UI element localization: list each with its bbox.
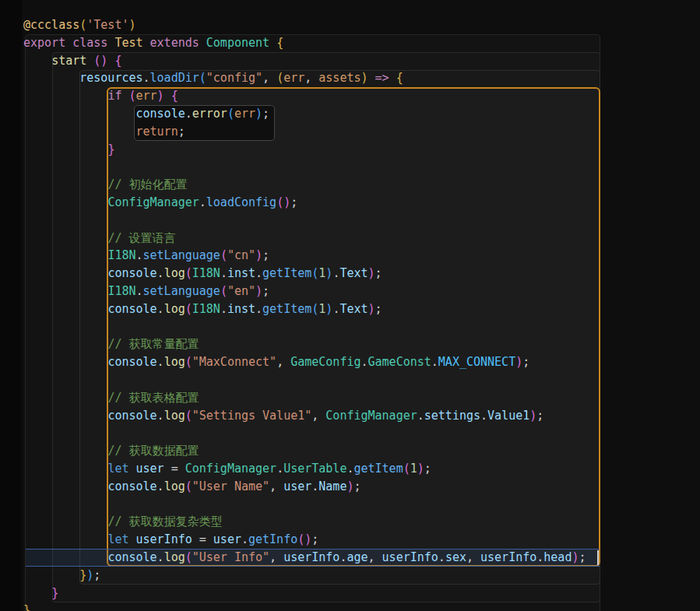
code-token xyxy=(23,337,107,351)
code-token xyxy=(269,36,276,50)
code-token: ; xyxy=(262,284,269,298)
code-token: Value1 xyxy=(487,409,529,423)
code-line[interactable]: console.log(I18N.inst.getItem(1).Text); xyxy=(23,300,382,318)
code-token: I18N xyxy=(107,248,135,262)
code-line[interactable]: console.log("MaxConnect", GameConfig.Gam… xyxy=(23,353,529,371)
code-token xyxy=(23,302,107,316)
code-line[interactable]: }); xyxy=(23,567,100,585)
code-token: let xyxy=(107,462,128,476)
code-token: ) xyxy=(283,195,290,209)
code-line[interactable]: console.error(err); xyxy=(23,105,269,123)
code-line[interactable]: @ccclass('Test') xyxy=(23,16,136,34)
code-line[interactable]: let user = ConfigManager.UserTable.getIt… xyxy=(23,460,431,478)
code-token: ( xyxy=(297,532,304,546)
code-token: , xyxy=(311,409,318,423)
code-token: ConfigManager xyxy=(107,195,199,209)
code-token: I18N xyxy=(107,284,135,298)
code-token: setLanguage xyxy=(143,248,220,262)
code-line[interactable]: console.log("Settings Value1", ConfigMan… xyxy=(23,407,543,425)
code-token: inst xyxy=(227,302,255,316)
code-line[interactable]: let userInfo = user.getInfo(); xyxy=(23,531,318,549)
code-token: . xyxy=(431,355,438,369)
code-line[interactable]: // 初始化配置 xyxy=(23,176,187,194)
code-token: "cn" xyxy=(227,248,255,262)
code-token: @ccclass xyxy=(23,18,79,32)
code-token: ) xyxy=(515,355,522,369)
code-token: ; xyxy=(290,195,297,209)
code-line[interactable]: ConfigManager.loadConfig(); xyxy=(23,194,297,212)
code-token: ; xyxy=(375,302,382,316)
code-token xyxy=(23,231,107,245)
code-token: return xyxy=(136,125,178,139)
code-area[interactable]: @ccclass('Test')export class Test extend… xyxy=(0,0,700,611)
code-token: "User Name" xyxy=(192,479,269,493)
code-token: user xyxy=(283,479,311,493)
code-token: . xyxy=(136,248,143,262)
code-token: "config" xyxy=(206,71,262,85)
code-token: ( xyxy=(199,71,206,85)
code-line[interactable]: } xyxy=(23,602,30,611)
code-line[interactable]: // 获取表格配置 xyxy=(23,389,199,407)
code-token: ( xyxy=(403,462,410,476)
code-token: { xyxy=(114,54,121,68)
code-token: ) xyxy=(368,266,375,280)
code-token: ; xyxy=(93,568,100,582)
code-token: extends xyxy=(150,36,199,50)
code-token: userInfo xyxy=(480,550,536,564)
code-token: 1 xyxy=(318,302,325,316)
code-line[interactable]: console.log(I18N.inst.getItem(1).Text); xyxy=(23,265,382,283)
code-token: "MaxConnect" xyxy=(192,355,276,369)
code-line[interactable]: // 设置语言 xyxy=(23,230,175,248)
code-token: . xyxy=(157,409,164,423)
code-line[interactable]: console.log("User Name", user.Name); xyxy=(23,478,361,496)
code-line[interactable]: } xyxy=(23,585,58,602)
code-token: assets xyxy=(318,71,361,85)
code-token: age xyxy=(346,550,368,564)
code-token: Name xyxy=(318,479,346,493)
code-token: head xyxy=(543,550,572,564)
code-token: ; xyxy=(311,532,318,546)
code-token: . xyxy=(438,550,445,564)
code-line[interactable]: export class Test extends Component { xyxy=(23,34,283,52)
code-line[interactable]: // 获取常量配置 xyxy=(23,335,199,353)
code-token xyxy=(23,195,107,209)
code-token: ) xyxy=(529,409,536,423)
code-editor: @ccclass('Test')export class Test extend… xyxy=(0,0,700,611)
code-token: ( xyxy=(220,284,227,298)
code-token: GameConfig xyxy=(290,355,361,369)
code-token: user xyxy=(136,462,164,476)
code-token: getItem xyxy=(262,302,311,316)
code-token: } xyxy=(79,568,86,582)
code-line[interactable]: I18N.setLanguage("cn"); xyxy=(23,247,269,265)
code-token xyxy=(269,71,276,85)
code-line[interactable]: resources.loadDir("config", (err, assets… xyxy=(23,69,403,87)
code-token xyxy=(86,54,93,68)
code-line[interactable]: return; xyxy=(23,123,185,141)
code-line[interactable]: // 获取数据复杂类型 xyxy=(23,513,222,531)
code-token: GameConst xyxy=(368,355,431,369)
code-line[interactable]: } xyxy=(23,141,114,159)
code-token xyxy=(23,89,107,103)
code-token xyxy=(164,462,171,476)
code-line[interactable]: start () { xyxy=(23,52,121,70)
code-token xyxy=(276,550,283,564)
code-token: ) xyxy=(417,462,424,476)
code-line[interactable]: if (err) { xyxy=(23,87,178,105)
code-token: { xyxy=(276,36,283,50)
code-token: // 初始化配置 xyxy=(107,177,187,191)
code-token: user xyxy=(213,532,241,546)
code-line[interactable]: // 获取数据配置 xyxy=(23,442,199,460)
code-token: ( xyxy=(93,54,100,68)
code-token: . xyxy=(220,266,227,280)
code-token: getInfo xyxy=(248,532,297,546)
code-token: ) xyxy=(361,71,368,85)
code-line[interactable]: I18N.setLanguage("en"); xyxy=(23,283,269,300)
code-token: = xyxy=(171,462,178,476)
code-token: . xyxy=(143,71,150,85)
code-line[interactable]: console.log("User Info", userInfo.age, u… xyxy=(23,549,586,567)
code-token: console xyxy=(107,479,157,493)
code-token: I18N xyxy=(192,266,220,280)
code-token: . xyxy=(199,195,206,209)
code-token: ConfigManager xyxy=(185,462,276,476)
code-token: ( xyxy=(185,479,192,493)
